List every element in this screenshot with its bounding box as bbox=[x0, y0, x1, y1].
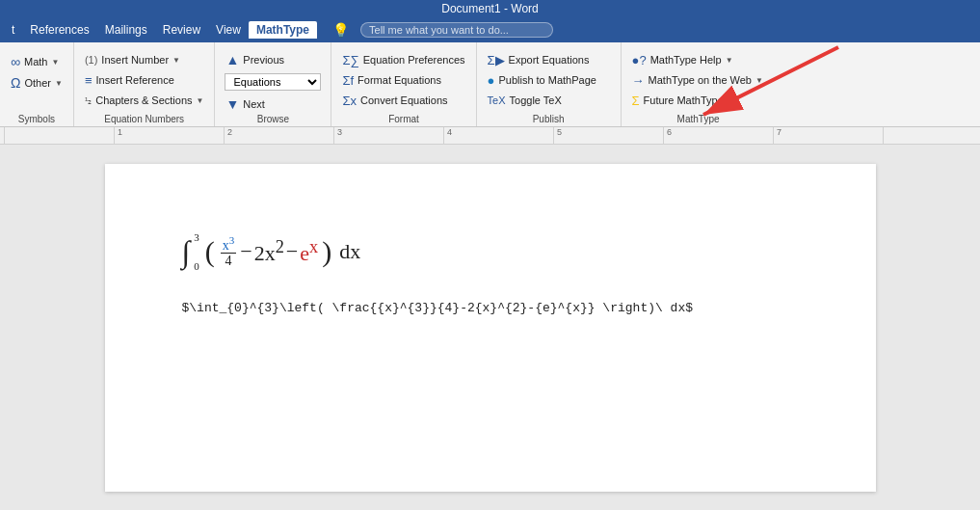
equations-select-wrapper[interactable]: Equations Figures Tables bbox=[221, 71, 325, 93]
convert-equations-button[interactable]: Σx Convert Equations bbox=[337, 91, 452, 110]
format-equations-icon: Σf bbox=[342, 73, 354, 88]
next-label: Next bbox=[243, 98, 265, 110]
term-2: 2x2 bbox=[254, 237, 284, 266]
ribbon-group-browse: ▲ Previous Equations Figures Tables ▼ Ne… bbox=[215, 42, 331, 126]
toggle-tex-icon: TeX bbox=[488, 94, 506, 106]
insert-number-arrow: ▼ bbox=[172, 56, 180, 65]
frac-denominator: 4 bbox=[224, 254, 234, 269]
ruler-mark-4: 4 bbox=[447, 127, 452, 137]
future-mathtype-button[interactable]: Σ Future MathType bbox=[627, 91, 728, 110]
next-button[interactable]: ▼ Next bbox=[221, 94, 269, 114]
document-page[interactable]: ∫ 3 0 ( x3 4 − 2x2 − ex ) dx bbox=[105, 164, 876, 492]
mathtype-group-label: MathType bbox=[622, 114, 776, 124]
format-equations-label: Format Equations bbox=[358, 74, 441, 86]
insert-reference-button[interactable]: ≡ Insert Reference bbox=[80, 70, 179, 90]
menu-item-mailings[interactable]: Mailings bbox=[97, 21, 155, 39]
mathtype-help-icon: ●? bbox=[632, 53, 647, 67]
export-equations-button[interactable]: Σ▶ Export Equations bbox=[483, 50, 595, 69]
fraction: x3 4 bbox=[221, 234, 237, 270]
paren-inner: x3 4 − 2x2 − ex bbox=[219, 234, 318, 270]
chapters-sections-button[interactable]: ¹₂ Chapters & Sections ▼ bbox=[80, 91, 209, 110]
insert-number-label: Insert Number bbox=[101, 54, 169, 66]
ribbon-group-mathtype: ●? MathType Help ▼ → MathType on the Web… bbox=[622, 42, 776, 126]
menu-bar: t References Mailings Review View MathTy… bbox=[0, 17, 980, 42]
insert-number-icon: (1) bbox=[85, 54, 97, 66]
minus-2: − bbox=[286, 239, 298, 264]
previous-label: Previous bbox=[243, 54, 284, 66]
publish-mathpage-label: Publish to MathPage bbox=[498, 74, 596, 86]
ribbon-group-format: Σ∑ Equation Preferences Σf Format Equati… bbox=[331, 42, 476, 126]
equation-preferences-button[interactable]: Σ∑ Equation Preferences bbox=[337, 50, 469, 69]
toggle-tex-button[interactable]: TeX Toggle TeX bbox=[483, 91, 567, 110]
integral-upper: 3 bbox=[194, 231, 199, 243]
equation-preferences-label: Equation Preferences bbox=[363, 54, 465, 66]
tell-me-input[interactable] bbox=[360, 22, 553, 38]
previous-button[interactable]: ▲ Previous bbox=[221, 50, 289, 69]
tell-me-search[interactable]: 💡 bbox=[325, 20, 553, 40]
menu-item-mathtype[interactable]: MathType bbox=[249, 21, 317, 39]
format-group-label: Format bbox=[331, 114, 475, 124]
future-mathtype-label: Future MathType bbox=[644, 94, 724, 106]
next-icon: ▼ bbox=[225, 96, 239, 112]
menu-item-references[interactable]: References bbox=[22, 21, 96, 39]
ruler-mark-7: 7 bbox=[777, 127, 781, 137]
insert-number-button[interactable]: (1) Insert Number ▼ bbox=[80, 50, 185, 69]
other-dropdown-arrow: ▼ bbox=[55, 79, 63, 88]
chapters-sections-label: Chapters & Sections bbox=[95, 94, 192, 106]
export-equations-icon: Σ▶ bbox=[488, 53, 505, 67]
insert-reference-icon: ≡ bbox=[85, 73, 93, 88]
format-equations-button[interactable]: Σf Format Equations bbox=[337, 70, 445, 90]
integral-symbol: ∫ bbox=[182, 236, 191, 267]
equation-block: ∫ 3 0 ( x3 4 − 2x2 − ex ) dx bbox=[182, 231, 818, 315]
chapters-sections-arrow: ▼ bbox=[197, 96, 204, 105]
chapters-sections-icon: ¹₂ bbox=[85, 95, 92, 106]
publish-group-label: Publish bbox=[477, 114, 621, 124]
previous-icon: ▲ bbox=[225, 52, 239, 67]
mathtype-web-button[interactable]: → MathType on the Web ▼ bbox=[627, 70, 768, 90]
toggle-tex-label: Toggle TeX bbox=[510, 94, 562, 106]
mathtype-web-arrow: ▼ bbox=[755, 76, 763, 85]
window-title: Document1 - Word bbox=[0, 0, 980, 17]
browse-group-label: Browse bbox=[215, 114, 331, 124]
ruler-mark-2: 2 bbox=[227, 127, 232, 137]
insert-reference-label: Insert Reference bbox=[96, 74, 174, 86]
right-paren: ) bbox=[322, 237, 331, 266]
ruler: 1 2 3 4 5 6 7 bbox=[0, 127, 980, 145]
math-button[interactable]: ∞ Math ▼ bbox=[6, 52, 64, 71]
symbols-group-label: Symbols bbox=[0, 114, 73, 124]
ribbon-group-equation-numbers: (1) Insert Number ▼ ≡ Insert Reference ¹… bbox=[74, 42, 216, 126]
convert-equations-label: Convert Equations bbox=[360, 94, 448, 106]
mathtype-help-arrow: ▼ bbox=[726, 56, 733, 65]
menu-item-review[interactable]: Review bbox=[155, 21, 208, 39]
left-paren: ( bbox=[205, 237, 215, 266]
ribbon-bar: ∞ Math ▼ Ω Other ▼ Symbols (1) Insert Nu… bbox=[0, 42, 980, 127]
publish-mathpage-icon: ● bbox=[488, 73, 495, 88]
dx: dx bbox=[339, 239, 360, 264]
equation-numbers-group-label: Equation Numbers bbox=[74, 114, 215, 124]
ribbon-group-symbols: ∞ Math ▼ Ω Other ▼ Symbols bbox=[0, 42, 74, 126]
future-mathtype-icon: Σ bbox=[632, 94, 640, 108]
mathtype-web-label: MathType on the Web bbox=[649, 74, 752, 86]
minus-1: − bbox=[240, 239, 252, 264]
ruler-mark-3: 3 bbox=[337, 127, 342, 137]
publish-mathpage-button[interactable]: ● Publish to MathPage bbox=[483, 70, 601, 90]
other-label: Other bbox=[24, 77, 51, 89]
ruler-mark-5: 5 bbox=[557, 127, 562, 137]
frac-numerator: x3 bbox=[221, 234, 237, 255]
term-3: ex bbox=[300, 237, 318, 266]
ruler-mark-1: 1 bbox=[118, 127, 122, 137]
menu-item-t[interactable]: t bbox=[4, 21, 22, 39]
ribbon: ∞ Math ▼ Ω Other ▼ Symbols (1) Insert Nu… bbox=[0, 42, 980, 127]
mathtype-help-label: MathType Help bbox=[650, 54, 722, 66]
other-icon: Ω bbox=[11, 75, 20, 91]
equation-preferences-icon: Σ∑ bbox=[342, 53, 358, 67]
export-equations-label: Export Equations bbox=[509, 54, 590, 66]
convert-equations-icon: Σx bbox=[342, 94, 357, 108]
math-dropdown-arrow: ▼ bbox=[51, 58, 59, 67]
other-button[interactable]: Ω Other ▼ bbox=[6, 73, 67, 93]
ruler-mark-6: 6 bbox=[667, 127, 672, 137]
menu-item-view[interactable]: View bbox=[208, 21, 249, 39]
equations-select[interactable]: Equations Figures Tables bbox=[225, 73, 321, 91]
ruler-inner: 1 2 3 4 5 6 7 bbox=[4, 127, 976, 144]
mathtype-help-button[interactable]: ●? MathType Help ▼ bbox=[627, 50, 738, 69]
